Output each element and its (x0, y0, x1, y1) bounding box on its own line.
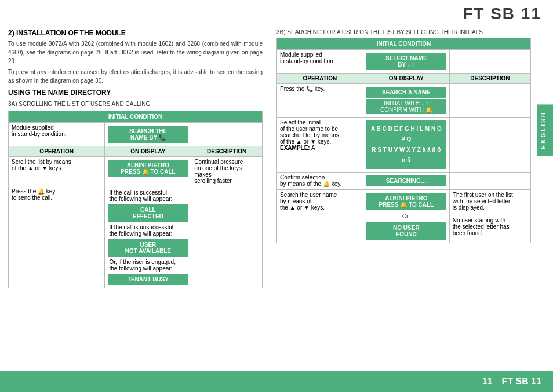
row1-desc-right (449, 84, 530, 118)
row1-display-right: SEARCH A NAME INITIAL WITH ↓ ↑CONFIRM WI… (363, 84, 449, 118)
installation-body2: To prevent any interference caused by el… (8, 68, 263, 85)
table-row: Confirm selectionby means of the 🔔 key. … (277, 173, 531, 190)
initial-condition-header-right: INITIAL CONDITION (277, 38, 531, 50)
side-tab-label: ENGLISH (540, 111, 547, 149)
no-user-found-box: NO USERFOUND (366, 222, 446, 240)
call-effected-box: CALLEFFECTED (108, 204, 188, 222)
alphabet-box: A B C D E F G H I L M N O P QR S T U V W… (366, 120, 446, 169)
right-column: 3B) SEARCHING FOR A USER ON THE LIST BY … (276, 25, 548, 373)
table-3b-col-headers: OPERATION ON DISPLAY DESCRIPTION (277, 74, 531, 84)
table-row: Press the 🔔 keyto send the call. If the … (9, 186, 263, 288)
header-title: FT SB 11 (463, 5, 541, 23)
table-3a-header: INITIAL CONDITION (9, 111, 263, 123)
page-footer: 11 FT SB 11 (0, 371, 553, 392)
col-desc-left: DESCRIPTION (191, 146, 263, 157)
col-desc-right: DESCRIPTION (449, 74, 530, 84)
col-op-left: OPERATION (9, 146, 105, 157)
table-3b: INITIAL CONDITION Module suppliedin stan… (276, 38, 531, 243)
initial-module-text-right: Module suppliedin stand-by condition. (280, 52, 335, 64)
row1-display: ALBINI PIETROPRESS 🔔 TO CALL (105, 157, 191, 186)
row2-display-right: A B C D E F G H I L M N O P QR S T U V W… (363, 118, 449, 173)
row2-op: Press the 🔔 keyto send the call. (9, 186, 105, 288)
table-3a: INITIAL CONDITION Module suppliedin stan… (8, 111, 263, 288)
select-name-box: SELECT NAMEBY ↓ ↑ (366, 53, 446, 70)
col-disp-right: ON DISPLAY (363, 74, 449, 84)
page-header: FT SB 11 (0, 0, 553, 25)
initial-module-text: Module suppliedin stand-by condition. (12, 124, 67, 137)
installation-title: 2) INSTALLATION OF THE MODULE (8, 29, 263, 37)
footer-title: FT SB 11 (502, 376, 541, 387)
installation-body1: To use module 3072/A with 3262 (combined… (8, 39, 263, 65)
tenant-busy-box: TENANT BUSY (108, 274, 188, 285)
table-row: Press the 📞 key. SEARCH A NAME INITIAL W… (277, 84, 531, 118)
search-the-name-box: SEARCH THENAME BY 📞 (108, 126, 188, 143)
initial-desc-left (191, 123, 263, 146)
footer-page-number: 11 (482, 376, 493, 387)
table-row: Search the user nameby means ofthe ▲ or … (277, 190, 531, 243)
row4-op-right: Search the user nameby means ofthe ▲ or … (277, 190, 363, 243)
row4-desc-text-2: No user starting withthe selected letter… (453, 217, 510, 236)
row2-desc-right (449, 118, 530, 173)
user-not-available-box: USERNOT AVAILABLE (108, 239, 188, 257)
left-column: 2) INSTALLATION OF THE MODULE To use mod… (8, 25, 267, 373)
initial-display-right: SELECT NAMEBY ↓ ↑ (363, 50, 449, 74)
using-title: USING THE NAME DIRECTORY (8, 89, 263, 98)
table-row: Select the initialof the user name to be… (277, 118, 531, 173)
side-tab-english: ENGLISH (537, 104, 553, 156)
searching-title: 3B) SEARCHING FOR A USER ON THE LIST BY … (276, 29, 531, 35)
row2-desc (191, 186, 263, 288)
initial-desc-right (449, 50, 530, 74)
initial-module-right: Module suppliedin stand-by condition. (277, 50, 363, 74)
row2-op-right: Select the initialof the user name to be… (277, 118, 363, 173)
table-row: Scroll the list by meansof the ▲ or ▼ ke… (9, 157, 263, 186)
initial-display-left: SEARCH THENAME BY 📞 (105, 123, 191, 146)
row3-op-right: Confirm selectionby means of the 🔔 key. (277, 173, 363, 190)
row2-display: If the call is successfulthe following w… (105, 186, 191, 288)
row4-desc-right: The first user on the listwith the selec… (449, 190, 530, 243)
albini-pietro-box-2: ALBINI PIETROPRESS 🔔 TO CALL (366, 193, 446, 210)
row3-desc-right (449, 173, 530, 190)
scrolling-title: 3A) SCROLLING THE LIST OF USERS AND CALL… (8, 101, 263, 107)
row3-display-right: SEARCHING… (363, 173, 449, 190)
row4-desc-text-1: The first user on the listwith the selec… (453, 192, 513, 211)
row4-display-right: ALBINI PIETROPRESS 🔔 TO CALL Or: NO USER… (363, 190, 449, 243)
row1-desc: Continual pressureon one of the keys mak… (191, 157, 263, 186)
initial-module-left: Module suppliedin stand-by condition. (9, 123, 105, 146)
row1-op: Scroll the list by meansof the ▲ or ▼ ke… (9, 157, 105, 186)
table-3a-initial-row: Module suppliedin stand-by condition. SE… (9, 123, 263, 146)
table-3a-col-headers: OPERATION ON DISPLAY DESCRIPTION (9, 146, 263, 157)
search-a-name-box: SEARCH A NAME (366, 87, 446, 98)
col-disp-left: ON DISPLAY (105, 146, 191, 157)
initial-condition-header: INITIAL CONDITION (9, 111, 263, 123)
searching-box: SEARCHING… (366, 175, 446, 186)
main-content: 2) INSTALLATION OF THE MODULE To use mod… (0, 25, 553, 373)
table-3b-initial-row: Module suppliedin stand-by condition. SE… (277, 50, 531, 74)
col-op-right: OPERATION (277, 74, 363, 84)
or-text: Or: (366, 211, 446, 221)
albini-pietro-box-1: ALBINI PIETROPRESS 🔔 TO CALL (108, 160, 188, 177)
table-3b-header: INITIAL CONDITION (277, 38, 531, 50)
row1-op-right: Press the 📞 key. (277, 84, 363, 118)
